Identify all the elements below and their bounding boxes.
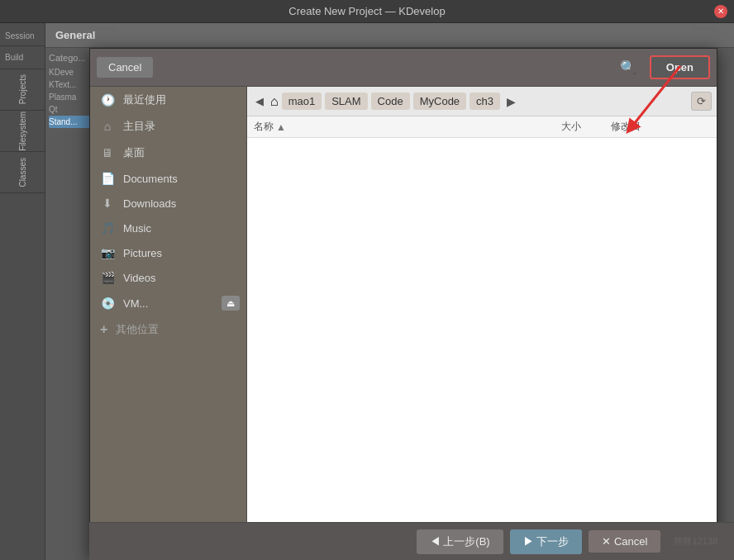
place-home-label: 主目录 <box>123 119 155 134</box>
breadcrumb-bar: ◀ ⌂ mao1 SLAM Code MyCode ch3 ▶ ⟳ <box>247 87 717 116</box>
next-nav-label: ▶ 下一步 <box>523 534 570 549</box>
dialog-toolbar: Cancel 🔍 Open <box>90 49 717 87</box>
place-downloads-label: Downloads <box>123 197 176 210</box>
home-breadcrumb-icon: ⌂ <box>270 94 279 109</box>
back-nav-button[interactable]: ◀ 上一步(B) <box>417 529 503 554</box>
breadcrumb-back-button[interactable]: ◀ <box>252 93 267 109</box>
place-music-label: Music <box>123 222 151 235</box>
downloads-icon: ⬇ <box>100 197 115 210</box>
cat-qt: Qt <box>49 103 91 116</box>
cat-ktext: KText... <box>49 78 91 91</box>
place-desktop[interactable]: 🖥 桌面 <box>90 140 246 166</box>
sidebar-classes-label: Classes <box>18 158 27 187</box>
eject-button[interactable]: ⏏ <box>222 296 240 311</box>
breadcrumb-mycode[interactable]: MyCode <box>413 93 466 110</box>
window-title: Create New Project — KDevelop <box>288 5 445 17</box>
category-panel: Catego... KDeve KText... Plasma Qt Stand… <box>45 48 95 560</box>
place-documents-label: Documents <box>123 173 178 185</box>
cancel-nav-button[interactable]: ✕ Cancel <box>589 530 660 553</box>
sidebar-session: Session <box>0 23 45 46</box>
sidebar-build: Build <box>0 46 45 69</box>
breadcrumb-mao1[interactable]: mao1 <box>282 93 322 110</box>
place-home[interactable]: ⌂ 主目录 <box>90 113 246 140</box>
col-header-modified[interactable]: 修改日 <box>611 120 710 134</box>
videos-icon: 🎬 <box>100 271 115 284</box>
place-vm[interactable]: 💿 VM... ⏏ <box>90 290 246 316</box>
general-label: General <box>55 29 95 41</box>
home-icon: ⌂ <box>100 120 115 133</box>
breadcrumb-code[interactable]: Code <box>371 93 410 110</box>
kdevelop-topstrip: General <box>45 23 734 48</box>
sidebar-filesystem-label: Filesystem <box>18 112 27 151</box>
col-sort-icon: ▲ <box>276 121 286 133</box>
col-header-name[interactable]: 名称 ▲ <box>254 120 561 134</box>
col-name-label: 名称 <box>254 120 274 134</box>
create-project-dialog: Cancel 🔍 Open 🕐 最近使用 ⌂ 主目录 🖥 桌面 📄 Doc <box>89 48 717 560</box>
column-headers: 名称 ▲ 大小 修改日 <box>247 116 717 138</box>
kdevelop-sidebar: Session Build Projects Filesystem Classe… <box>0 23 45 560</box>
next-nav-button[interactable]: ▶ 下一步 <box>510 529 583 554</box>
cancel-button[interactable]: Cancel <box>97 57 153 78</box>
col-modified-label: 修改日 <box>611 120 641 134</box>
place-recent[interactable]: 🕐 最近使用 <box>90 87 246 113</box>
close-icon: ✕ <box>717 7 724 16</box>
col-size-label: 大小 <box>561 120 581 134</box>
close-button[interactable]: ✕ <box>714 5 727 18</box>
reload-button[interactable]: ⟳ <box>691 92 712 111</box>
cat-kdeve: KDeve <box>49 66 91 78</box>
place-videos-label: Videos <box>123 272 156 284</box>
places-panel: 🕐 最近使用 ⌂ 主目录 🖥 桌面 📄 Documents ⬇ Download… <box>90 87 247 559</box>
sidebar-projects-label: Projects <box>18 74 27 104</box>
add-icon: + <box>100 322 107 337</box>
desktop-icon: 🖥 <box>100 146 115 159</box>
music-icon: 🎵 <box>100 221 115 235</box>
category-label: Catego... <box>49 53 91 63</box>
place-downloads[interactable]: ⬇ Downloads <box>90 191 246 216</box>
cancel-nav-label: ✕ Cancel <box>602 535 647 548</box>
cat-stand: Stand... <box>49 116 91 128</box>
place-videos[interactable]: 🎬 Videos <box>90 265 246 290</box>
breadcrumb-ch3[interactable]: ch3 <box>469 93 500 110</box>
pictures-icon: 📷 <box>100 246 115 259</box>
col-header-size[interactable]: 大小 <box>561 120 611 134</box>
file-panel: ◀ ⌂ mao1 SLAM Code MyCode ch3 ▶ ⟳ 名称 ▲ <box>247 87 717 559</box>
dialog-content: 🕐 最近使用 ⌂ 主目录 🖥 桌面 📄 Documents ⬇ Download… <box>90 87 717 559</box>
reload-icon: ⟳ <box>697 95 706 107</box>
vm-icon: 💿 <box>100 297 115 310</box>
place-pictures-label: Pictures <box>123 247 162 259</box>
nav-buttons: ◀ 上一步(B) ▶ 下一步 ✕ Cancel 胖胖12138 <box>89 522 734 560</box>
place-desktop-label: 桌面 <box>123 145 145 160</box>
back-nav-label: ◀ 上一步(B) <box>430 534 490 549</box>
title-bar: Create New Project — KDevelop ✕ <box>0 0 734 23</box>
file-list[interactable] <box>247 138 717 523</box>
cat-plasma: Plasma <box>49 91 91 103</box>
place-pictures[interactable]: 📷 Pictures <box>90 240 246 265</box>
recent-icon: 🕐 <box>100 93 115 107</box>
documents-icon: 📄 <box>100 172 115 185</box>
place-add[interactable]: + 其他位置 <box>90 316 246 343</box>
search-button[interactable]: 🔍 <box>613 56 643 78</box>
place-vm-label: VM... <box>123 297 148 310</box>
open-button[interactable]: Open <box>650 55 710 79</box>
place-recent-label: 最近使用 <box>123 93 166 107</box>
breadcrumb-slam[interactable]: SLAM <box>325 93 367 110</box>
breadcrumb-more-button[interactable]: ▶ <box>503 93 519 110</box>
place-music[interactable]: 🎵 Music <box>90 216 246 240</box>
place-add-label: 其他位置 <box>116 322 159 337</box>
place-documents[interactable]: 📄 Documents <box>90 166 246 191</box>
search-icon: 🔍 <box>620 60 636 74</box>
watermark: 胖胖12138 <box>674 535 717 548</box>
eject-icon: ⏏ <box>226 298 235 309</box>
